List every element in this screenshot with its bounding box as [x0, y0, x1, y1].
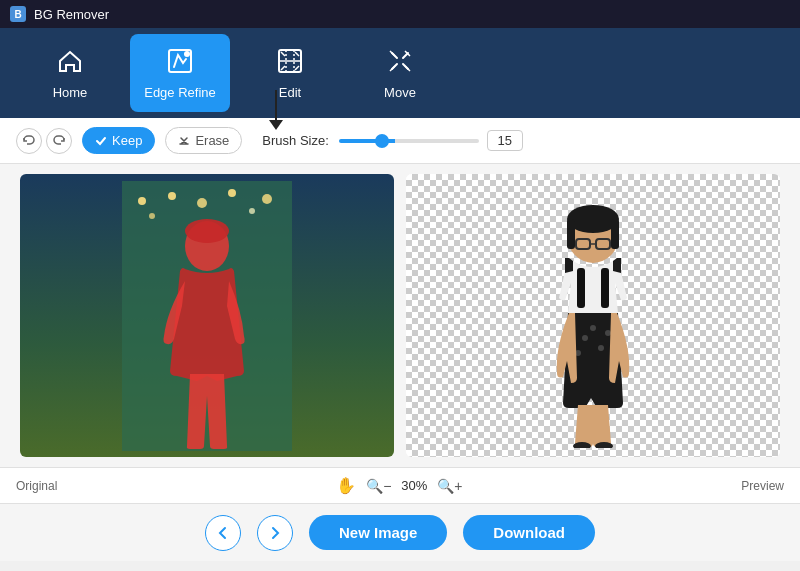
- erase-button[interactable]: Erase: [165, 127, 242, 154]
- nav-home-label: Home: [53, 85, 88, 100]
- keep-button[interactable]: Keep: [82, 127, 155, 154]
- svg-point-9: [262, 194, 272, 204]
- zoom-level: 30%: [401, 478, 427, 493]
- statusbar-center: ✋ 🔍− 30% 🔍+: [336, 476, 462, 495]
- statusbar: Original ✋ 🔍− 30% 🔍+ Preview: [0, 467, 800, 503]
- keep-label: Keep: [112, 133, 142, 148]
- svg-point-23: [582, 335, 588, 341]
- app-title: BG Remover: [34, 7, 109, 22]
- preview-person-svg: [513, 183, 673, 448]
- app-icon: B: [10, 6, 26, 22]
- download-label: Download: [493, 524, 565, 541]
- original-panel: [20, 174, 394, 457]
- svg-point-8: [228, 189, 236, 197]
- redo-button[interactable]: [46, 128, 72, 154]
- svg-point-26: [605, 330, 611, 336]
- preview-panel: [406, 174, 780, 457]
- original-person-svg: [122, 181, 292, 451]
- edit-icon: [276, 47, 304, 79]
- prev-button[interactable]: [205, 515, 241, 551]
- svg-point-11: [249, 208, 255, 214]
- svg-point-6: [168, 192, 176, 200]
- bottombar: New Image Download: [0, 503, 800, 561]
- new-image-button[interactable]: New Image: [309, 515, 447, 550]
- brush-size-label: Brush Size:: [262, 133, 328, 148]
- move-icon: [386, 47, 414, 79]
- nav-edge-refine-label: Edge Refine: [144, 85, 216, 100]
- toolbar: Keep Erase Brush Size: 15: [0, 118, 800, 164]
- nav-item-move[interactable]: Move: [350, 34, 450, 112]
- svg-rect-21: [577, 268, 585, 308]
- nav-move-label: Move: [384, 85, 416, 100]
- nav-item-edge-refine[interactable]: Edge Refine: [130, 34, 230, 112]
- new-image-label: New Image: [339, 524, 417, 541]
- svg-point-24: [598, 345, 604, 351]
- brush-slider-container: 15: [339, 130, 523, 151]
- svg-rect-17: [611, 219, 619, 249]
- preview-label: Preview: [741, 479, 784, 493]
- download-button[interactable]: Download: [463, 515, 595, 550]
- svg-point-5: [138, 197, 146, 205]
- svg-rect-16: [567, 219, 575, 249]
- zoom-out-button[interactable]: 🔍−: [366, 478, 391, 494]
- svg-point-1: [184, 51, 190, 57]
- brush-size-slider[interactable]: [339, 139, 479, 143]
- zoom-in-button[interactable]: 🔍+: [437, 478, 462, 494]
- svg-point-10: [149, 213, 155, 219]
- svg-point-7: [197, 198, 207, 208]
- original-label: Original: [16, 479, 57, 493]
- home-icon: [56, 47, 84, 79]
- nav-edit-label: Edit: [279, 85, 301, 100]
- titlebar: B BG Remover: [0, 0, 800, 28]
- edge-refine-icon: [166, 47, 194, 79]
- next-button[interactable]: [257, 515, 293, 551]
- undo-button[interactable]: [16, 128, 42, 154]
- brush-size-value: 15: [487, 130, 523, 151]
- pan-tool-button[interactable]: ✋: [336, 476, 356, 495]
- nav-item-home[interactable]: Home: [20, 34, 120, 112]
- nav-item-edit[interactable]: Edit: [240, 34, 340, 112]
- navbar: Home Edge Refine Edit: [0, 28, 800, 118]
- undo-redo-group: [16, 128, 72, 154]
- svg-point-25: [590, 325, 596, 331]
- svg-point-13: [185, 219, 229, 243]
- svg-rect-22: [601, 268, 609, 308]
- main-area: [0, 164, 800, 467]
- erase-label: Erase: [195, 133, 229, 148]
